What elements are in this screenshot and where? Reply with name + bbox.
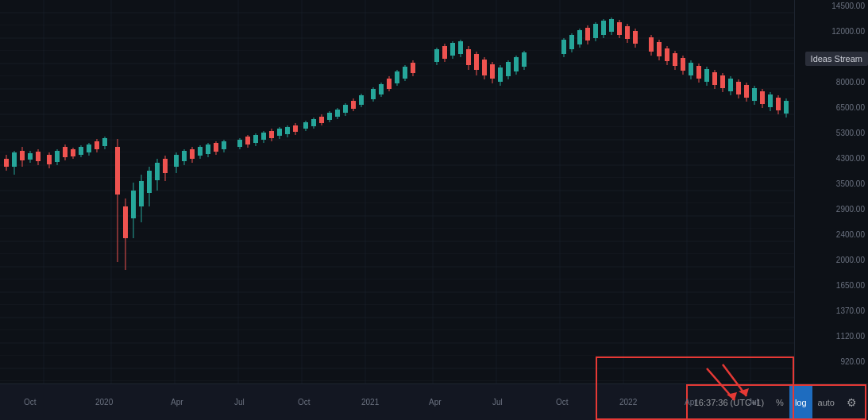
svg-rect-36 [28,153,33,160]
svg-rect-186 [704,69,709,82]
log-button[interactable]: log [789,386,812,418]
percent-button[interactable]: % [770,386,789,418]
svg-rect-44 [63,147,68,157]
svg-rect-60 [131,191,136,218]
svg-rect-92 [269,131,274,138]
time-label-oct3: Oct [556,398,569,407]
svg-rect-146 [506,62,511,76]
svg-rect-152 [561,40,566,54]
svg-rect-150 [522,52,527,67]
svg-rect-134 [458,41,463,54]
svg-rect-140 [482,60,487,75]
svg-rect-188 [712,72,717,85]
svg-rect-106 [327,113,332,120]
svg-rect-116 [371,89,376,99]
svg-rect-56 [115,147,120,195]
svg-rect-122 [395,71,399,83]
settings-gear-button[interactable]: ⚙ [840,386,863,418]
bottom-bar: Oct 2020 Apr Jul Oct 2021 Apr Jul Oct 20… [0,383,868,420]
svg-rect-32 [12,152,17,167]
svg-rect-88 [253,135,258,143]
svg-rect-68 [163,159,168,173]
price-label-8000: 8000.00 [836,78,865,87]
time-label-jul3: Jul [748,398,758,407]
svg-rect-184 [696,66,701,79]
svg-rect-158 [585,28,590,40]
svg-rect-80 [214,143,218,152]
svg-rect-112 [351,101,356,109]
time-label-2022: 2022 [619,398,637,407]
svg-rect-156 [577,30,582,44]
svg-rect-64 [147,171,152,193]
svg-rect-102 [311,119,316,126]
svg-rect-172 [649,37,654,52]
price-label-12000: 12000.00 [831,27,865,36]
ideas-stream-tooltip[interactable]: Ideas Stream [805,52,868,66]
svg-rect-54 [102,138,107,146]
svg-rect-94 [277,129,282,136]
bottom-controls: 16:37:36 (UTC+1) % log auto ⚙ [686,384,866,420]
svg-rect-160 [593,24,598,38]
svg-rect-194 [736,82,741,94]
svg-rect-58 [123,206,128,238]
svg-rect-34 [20,151,25,160]
time-label-jul2: Jul [492,398,503,407]
svg-rect-72 [182,151,187,161]
svg-rect-168 [625,26,630,39]
svg-rect-170 [633,31,638,44]
svg-rect-202 [768,94,773,107]
price-label-14500: 14500.00 [831,2,865,10]
svg-rect-96 [285,127,290,134]
candlestick-chart [0,0,794,383]
svg-rect-46 [71,149,75,156]
svg-rect-200 [760,91,765,104]
svg-rect-108 [335,110,340,117]
svg-rect-204 [776,98,781,110]
price-label-4300: 4300.00 [836,154,865,163]
time-label-apr3: Apr [685,398,697,407]
svg-rect-198 [752,88,757,101]
svg-rect-130 [442,46,447,59]
price-label-1370: 1370.00 [836,306,865,315]
price-label-2000: 2000.00 [836,256,865,264]
svg-rect-142 [490,64,495,79]
time-label-2021: 2021 [361,398,379,407]
svg-rect-48 [79,147,83,155]
svg-rect-144 [498,67,503,82]
svg-rect-76 [198,147,203,156]
svg-rect-104 [319,117,324,123]
price-axis: Ideas Stream 14500.00 12000.00 10000.00 … [794,0,868,420]
svg-rect-148 [514,57,519,71]
ideas-stream-label: Ideas Stream [811,54,862,64]
price-label-1120: 1120.00 [836,332,865,341]
svg-rect-164 [609,19,614,32]
svg-rect-196 [744,85,749,98]
svg-rect-132 [450,43,455,56]
time-label-jul: Jul [234,398,245,407]
auto-button[interactable]: auto [812,386,840,418]
svg-rect-98 [293,125,298,132]
svg-rect-38 [36,152,41,161]
svg-rect-180 [681,58,685,71]
svg-rect-90 [261,133,266,140]
svg-rect-82 [222,141,226,149]
svg-rect-114 [359,95,364,105]
time-label-apr2: Apr [429,398,442,407]
price-label-920: 920.00 [840,357,865,366]
price-label-3500: 3500.00 [836,179,865,188]
svg-rect-190 [720,75,725,88]
svg-rect-136 [466,49,471,65]
svg-rect-118 [379,84,384,94]
svg-rect-52 [95,141,99,149]
svg-rect-120 [387,79,392,89]
svg-rect-128 [434,49,439,62]
svg-rect-100 [303,122,308,129]
svg-rect-78 [206,144,210,154]
price-label-1650: 1650.00 [836,281,865,290]
svg-rect-42 [55,151,60,162]
price-label-2400: 2400.00 [836,230,865,239]
price-label-2900: 2900.00 [836,205,865,214]
svg-rect-182 [689,63,693,75]
time-label-oct2: Oct [298,398,311,407]
time-axis: Oct 2020 Apr Jul Oct 2021 Apr Jul Oct 20… [0,384,686,420]
